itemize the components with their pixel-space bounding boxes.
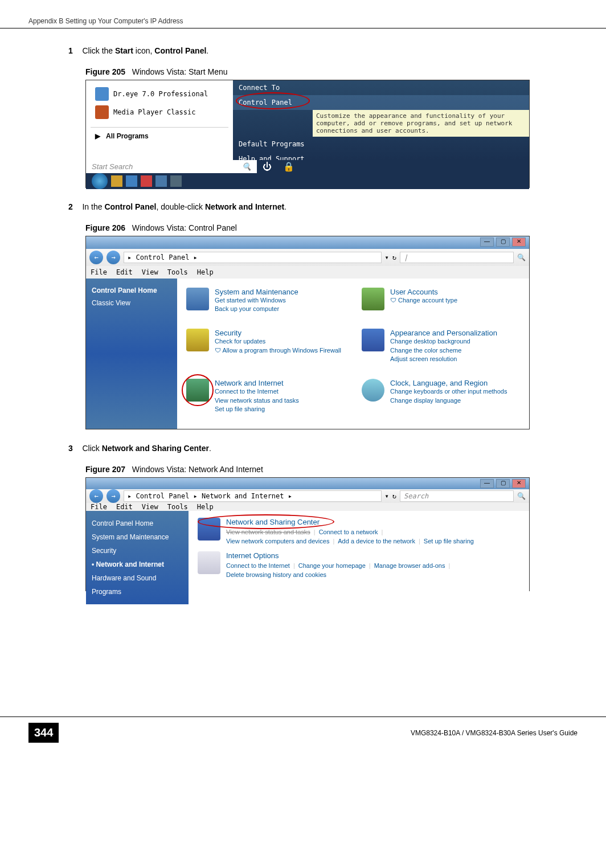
appearance-icon bbox=[362, 329, 384, 351]
forward-button[interactable]: → bbox=[107, 489, 120, 503]
step-number: 1 bbox=[68, 46, 80, 55]
sidebar-programs[interactable]: Programs bbox=[92, 585, 183, 599]
system-icon bbox=[186, 288, 209, 310]
close-button[interactable]: ✕ bbox=[512, 238, 526, 247]
start-menu-right: Connect To Control Panel Customize the a… bbox=[233, 80, 529, 160]
step-2: 2 In the Control Panel, double-click Net… bbox=[68, 202, 538, 212]
sidebar-classic[interactable]: Classic View bbox=[92, 297, 171, 309]
taskbar-icon-2[interactable] bbox=[126, 175, 137, 187]
search-box[interactable]: | bbox=[400, 252, 514, 263]
start-menu-left: Dr.eye 7.0 Professional Media Player Cla… bbox=[86, 80, 233, 160]
sidebar-home[interactable]: Control Panel Home bbox=[92, 284, 171, 297]
cat-security[interactable]: Security Check for updates 🛡 Allow a pro… bbox=[186, 329, 345, 370]
minimize-button[interactable]: — bbox=[480, 238, 494, 247]
sidebar-security[interactable]: Security bbox=[92, 544, 183, 558]
menu-file[interactable]: File bbox=[91, 268, 107, 276]
menu-help[interactable]: Help bbox=[197, 503, 214, 511]
address-bar[interactable]: ▸ Control Panel ▸ bbox=[124, 252, 382, 263]
menu-help[interactable]: Help bbox=[197, 268, 214, 276]
back-button[interactable]: ← bbox=[89, 251, 103, 264]
nav-bar: ← → ▸ Control Panel ▸ ▾ ↻ | 🔍 bbox=[86, 249, 529, 266]
triangle-icon: ▶ bbox=[95, 132, 100, 140]
figure-207-caption: Figure 207 Windows Vista: Network And In… bbox=[85, 465, 538, 474]
taskbar-icon-3[interactable] bbox=[141, 175, 152, 187]
taskbar bbox=[86, 173, 529, 189]
step-text: Click the Start icon, Control Panel. bbox=[82, 46, 208, 55]
cat-system[interactable]: System and Maintenance Get started with … bbox=[186, 288, 345, 320]
minimize-button[interactable]: — bbox=[480, 479, 494, 488]
menu-default-programs[interactable]: Default Programs bbox=[233, 137, 529, 152]
menu-view[interactable]: View bbox=[142, 268, 158, 276]
close-button[interactable]: ✕ bbox=[512, 479, 526, 488]
step-3: 3 Click Network and Sharing Center. bbox=[68, 443, 538, 453]
back-button[interactable]: ← bbox=[89, 489, 103, 503]
step-number: 3 bbox=[68, 444, 80, 453]
figure-205-caption: Figure 205 Windows Vista: Start Menu bbox=[85, 67, 538, 76]
all-programs[interactable]: ▶ All Programs bbox=[91, 127, 228, 145]
menu-tools[interactable]: Tools bbox=[167, 503, 188, 511]
refresh-icon[interactable]: ↻ bbox=[392, 492, 396, 500]
step-text: In the Control Panel, double-click Netwo… bbox=[82, 202, 286, 211]
sidebar-network[interactable]: • Network and Internet bbox=[92, 558, 183, 571]
nav-bar: ← → ▸ Control Panel ▸ Network and Intern… bbox=[86, 489, 529, 503]
titlebar: — ▢ ✕ bbox=[86, 478, 529, 489]
step-text: Click Network and Sharing Center. bbox=[82, 444, 211, 453]
address-bar[interactable]: ▸ Control Panel ▸ Network and Internet ▸ bbox=[124, 490, 382, 502]
step-number: 2 bbox=[68, 202, 80, 211]
sidebar: Control Panel Home Classic View bbox=[86, 279, 177, 429]
sidebar-home[interactable]: Control Panel Home bbox=[92, 517, 183, 530]
figure-206-caption: Figure 206 Windows Vista: Control Panel bbox=[85, 223, 538, 232]
menu-edit[interactable]: Edit bbox=[116, 503, 133, 511]
network-icon bbox=[186, 379, 209, 402]
security-icon bbox=[186, 329, 209, 351]
maximize-button[interactable]: ▢ bbox=[496, 479, 510, 488]
start-search[interactable]: Start Search 🔍 bbox=[86, 160, 257, 173]
dropdown-icon[interactable]: ▾ bbox=[385, 253, 389, 261]
internet-options-icon bbox=[198, 551, 220, 574]
menu-file[interactable]: File bbox=[91, 503, 107, 511]
start-orb[interactable] bbox=[92, 173, 108, 189]
taskbar-icon-4[interactable] bbox=[155, 175, 167, 187]
titlebar: — ▢ ✕ bbox=[86, 236, 529, 249]
menu-edit[interactable]: Edit bbox=[116, 268, 133, 276]
menu-tools[interactable]: Tools bbox=[167, 268, 188, 276]
app-dreye[interactable]: Dr.eye 7.0 Professional bbox=[91, 85, 228, 103]
forward-button[interactable]: → bbox=[107, 251, 120, 264]
maximize-button[interactable]: ▢ bbox=[496, 238, 510, 247]
cat-clock[interactable]: Clock, Language, and Region Change keybo… bbox=[362, 379, 520, 420]
search-icon: 🔍 bbox=[517, 253, 526, 261]
menu-bar: File Edit View Tools Help bbox=[86, 266, 529, 279]
sidebar-hardware[interactable]: Hardware and Sound bbox=[92, 571, 183, 585]
footer-text: VMG8324-B10A / VMG8324-B30A Series User'… bbox=[70, 729, 578, 737]
screenshot-network-internet: — ▢ ✕ ← → ▸ Control Panel ▸ Network and … bbox=[85, 477, 530, 591]
dropdown-icon[interactable]: ▾ bbox=[385, 492, 389, 500]
cat-sharing-center[interactable]: Network and Sharing Center View network … bbox=[198, 518, 520, 544]
app-media-player[interactable]: Media Player Classic bbox=[91, 103, 228, 121]
highlight-oval bbox=[236, 92, 310, 109]
main-panel: System and Maintenance Get started with … bbox=[177, 279, 529, 429]
refresh-icon[interactable]: ↻ bbox=[392, 253, 396, 261]
page-footer: 344 VMG8324-B10A / VMG8324-B30A Series U… bbox=[0, 716, 606, 748]
menu-view[interactable]: View bbox=[142, 503, 158, 511]
cat-network[interactable]: Network and Internet Connect to the Inte… bbox=[186, 379, 345, 420]
cat-internet-options[interactable]: Internet Options Connect to the Internet… bbox=[198, 551, 520, 578]
appendix-title: Appendix B Setting up Your Computer's IP… bbox=[28, 17, 183, 25]
taskbar-icon-1[interactable] bbox=[111, 175, 122, 187]
tooltip: Customize the appearance and functionali… bbox=[313, 110, 529, 137]
search-icon: 🔍 bbox=[242, 162, 251, 171]
search-box[interactable]: Search bbox=[400, 490, 514, 502]
page-header: Appendix B Setting up Your Computer's IP… bbox=[0, 11, 606, 28]
cat-users[interactable]: User Accounts 🛡 Change account type bbox=[362, 288, 520, 320]
page-number: 344 bbox=[28, 723, 59, 743]
cat-appearance[interactable]: Appearance and Personalization Change de… bbox=[362, 329, 520, 370]
sidebar-system[interactable]: System and Maintenance bbox=[92, 530, 183, 544]
lock-icon[interactable]: 🔒 bbox=[283, 161, 294, 172]
taskbar-icon-5[interactable] bbox=[170, 175, 182, 187]
menu-control-panel[interactable]: Control Panel bbox=[233, 95, 529, 110]
power-icon[interactable]: ⏻ bbox=[263, 162, 272, 172]
sidebar: Control Panel Home System and Maintenanc… bbox=[86, 511, 189, 604]
menu-bar: File Edit View Tools Help bbox=[86, 503, 529, 511]
search-icon: 🔍 bbox=[517, 492, 526, 500]
content-area: 1 Click the Start icon, Control Panel. F… bbox=[0, 28, 606, 603]
media-player-icon bbox=[95, 105, 109, 119]
